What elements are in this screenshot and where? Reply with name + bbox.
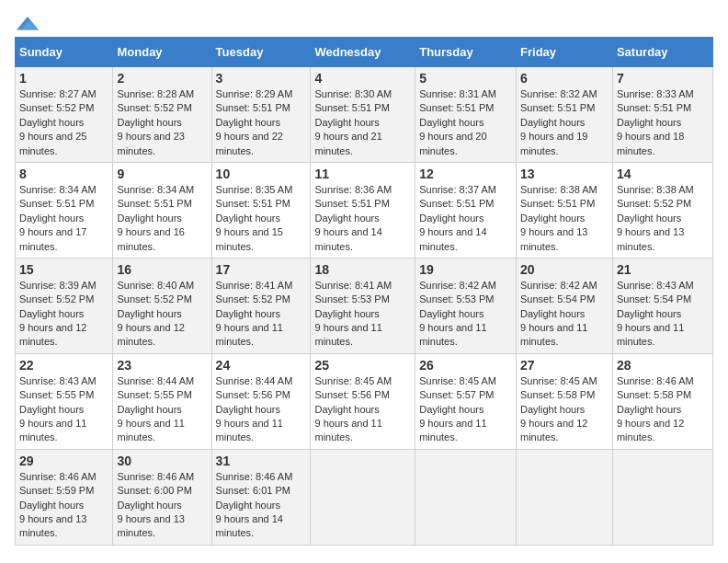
calendar-cell: 27 Sunrise: 8:45 AM Sunset: 5:58 PM Dayl… bbox=[517, 353, 613, 449]
day-info: Sunrise: 8:41 AM Sunset: 5:53 PM Dayligh… bbox=[314, 279, 411, 350]
day-number: 4 bbox=[314, 71, 411, 86]
day-number: 31 bbox=[216, 454, 307, 468]
day-info: Sunrise: 8:42 AM Sunset: 5:53 PM Dayligh… bbox=[419, 279, 512, 350]
day-info: Sunrise: 8:46 AM Sunset: 5:58 PM Dayligh… bbox=[617, 374, 709, 445]
day-info: Sunrise: 8:44 AM Sunset: 5:55 PM Dayligh… bbox=[117, 374, 207, 445]
day-info: Sunrise: 8:39 AM Sunset: 5:52 PM Dayligh… bbox=[19, 279, 108, 350]
day-info: Sunrise: 8:36 AM Sunset: 5:51 PM Dayligh… bbox=[314, 183, 411, 254]
logo bbox=[15, 15, 39, 29]
day-number: 24 bbox=[216, 358, 307, 373]
calendar-cell: 15 Sunrise: 8:39 AM Sunset: 5:52 PM Dayl… bbox=[16, 258, 113, 353]
calendar-cell bbox=[415, 449, 517, 545]
day-info: Sunrise: 8:45 AM Sunset: 5:58 PM Dayligh… bbox=[520, 374, 609, 445]
calendar-cell: 10 Sunrise: 8:35 AM Sunset: 5:51 PM Dayl… bbox=[211, 162, 311, 258]
header-saturday: Saturday bbox=[612, 38, 712, 67]
header-sunday: Sunday bbox=[16, 38, 113, 67]
calendar-cell: 24 Sunrise: 8:44 AM Sunset: 5:56 PM Dayl… bbox=[211, 353, 311, 449]
calendar-week-5: 29 Sunrise: 8:46 AM Sunset: 5:59 PM Dayl… bbox=[16, 449, 713, 545]
day-number: 29 bbox=[19, 454, 108, 468]
calendar-cell: 14 Sunrise: 8:38 AM Sunset: 5:52 PM Dayl… bbox=[612, 162, 712, 258]
calendar-cell: 20 Sunrise: 8:42 AM Sunset: 5:54 PM Dayl… bbox=[517, 258, 613, 353]
day-info: Sunrise: 8:40 AM Sunset: 5:52 PM Dayligh… bbox=[117, 279, 207, 350]
day-number: 17 bbox=[216, 262, 307, 277]
day-info: Sunrise: 8:33 AM Sunset: 5:51 PM Dayligh… bbox=[617, 87, 709, 158]
calendar-cell: 8 Sunrise: 8:34 AM Sunset: 5:51 PM Dayli… bbox=[16, 162, 113, 258]
day-number: 26 bbox=[419, 358, 512, 373]
day-info: Sunrise: 8:30 AM Sunset: 5:51 PM Dayligh… bbox=[314, 87, 411, 158]
calendar-cell: 29 Sunrise: 8:46 AM Sunset: 5:59 PM Dayl… bbox=[16, 449, 113, 545]
calendar-cell: 7 Sunrise: 8:33 AM Sunset: 5:51 PM Dayli… bbox=[612, 67, 712, 163]
calendar-cell: 25 Sunrise: 8:45 AM Sunset: 5:56 PM Dayl… bbox=[311, 353, 415, 449]
calendar-cell: 28 Sunrise: 8:46 AM Sunset: 5:58 PM Dayl… bbox=[612, 353, 712, 449]
calendar-cell: 18 Sunrise: 8:41 AM Sunset: 5:53 PM Dayl… bbox=[311, 258, 415, 353]
day-number: 3 bbox=[216, 71, 307, 86]
calendar-cell: 22 Sunrise: 8:43 AM Sunset: 5:55 PM Dayl… bbox=[16, 353, 113, 449]
day-info: Sunrise: 8:32 AM Sunset: 5:51 PM Dayligh… bbox=[520, 87, 609, 158]
header-friday: Friday bbox=[517, 38, 613, 67]
day-number: 6 bbox=[520, 71, 609, 86]
day-number: 15 bbox=[19, 262, 108, 277]
calendar-cell: 31 Sunrise: 8:46 AM Sunset: 6:01 PM Dayl… bbox=[211, 449, 311, 545]
day-number: 21 bbox=[617, 262, 709, 277]
calendar-cell: 9 Sunrise: 8:34 AM Sunset: 5:51 PM Dayli… bbox=[113, 162, 211, 258]
day-number: 10 bbox=[216, 167, 307, 181]
header-monday: Monday bbox=[113, 38, 211, 67]
calendar-header-row: SundayMondayTuesdayWednesdayThursdayFrid… bbox=[16, 38, 713, 67]
calendar-week-1: 1 Sunrise: 8:27 AM Sunset: 5:52 PM Dayli… bbox=[16, 67, 713, 163]
day-info: Sunrise: 8:46 AM Sunset: 6:01 PM Dayligh… bbox=[216, 470, 307, 541]
day-info: Sunrise: 8:35 AM Sunset: 5:51 PM Dayligh… bbox=[216, 183, 307, 254]
day-info: Sunrise: 8:43 AM Sunset: 5:55 PM Dayligh… bbox=[19, 374, 108, 445]
day-number: 8 bbox=[19, 167, 108, 181]
logo-icon bbox=[17, 15, 39, 33]
day-number: 23 bbox=[117, 358, 207, 373]
day-number: 14 bbox=[617, 167, 709, 181]
calendar-cell bbox=[612, 449, 712, 545]
day-number: 27 bbox=[520, 358, 609, 373]
day-info: Sunrise: 8:31 AM Sunset: 5:51 PM Dayligh… bbox=[419, 87, 512, 158]
calendar-table: SundayMondayTuesdayWednesdayThursdayFrid… bbox=[15, 37, 713, 546]
day-number: 19 bbox=[419, 262, 512, 277]
day-info: Sunrise: 8:41 AM Sunset: 5:52 PM Dayligh… bbox=[216, 279, 307, 350]
day-info: Sunrise: 8:42 AM Sunset: 5:54 PM Dayligh… bbox=[520, 279, 609, 350]
day-info: Sunrise: 8:45 AM Sunset: 5:56 PM Dayligh… bbox=[314, 374, 411, 445]
day-number: 2 bbox=[117, 71, 207, 86]
day-info: Sunrise: 8:43 AM Sunset: 5:54 PM Dayligh… bbox=[617, 279, 709, 350]
calendar-cell bbox=[311, 449, 415, 545]
day-number: 9 bbox=[117, 167, 207, 181]
day-info: Sunrise: 8:34 AM Sunset: 5:51 PM Dayligh… bbox=[117, 183, 207, 254]
calendar-week-2: 8 Sunrise: 8:34 AM Sunset: 5:51 PM Dayli… bbox=[16, 162, 713, 258]
calendar-cell bbox=[517, 449, 613, 545]
header-wednesday: Wednesday bbox=[311, 38, 415, 67]
calendar-cell: 6 Sunrise: 8:32 AM Sunset: 5:51 PM Dayli… bbox=[517, 67, 613, 163]
day-info: Sunrise: 8:27 AM Sunset: 5:52 PM Dayligh… bbox=[19, 87, 108, 158]
page-header bbox=[15, 15, 713, 29]
day-info: Sunrise: 8:38 AM Sunset: 5:51 PM Dayligh… bbox=[520, 183, 609, 254]
day-number: 13 bbox=[520, 167, 609, 181]
header-thursday: Thursday bbox=[415, 38, 517, 67]
header-tuesday: Tuesday bbox=[211, 38, 311, 67]
calendar-cell: 11 Sunrise: 8:36 AM Sunset: 5:51 PM Dayl… bbox=[311, 162, 415, 258]
day-number: 18 bbox=[314, 262, 411, 277]
day-info: Sunrise: 8:34 AM Sunset: 5:51 PM Dayligh… bbox=[19, 183, 108, 254]
day-number: 5 bbox=[419, 71, 512, 86]
calendar-cell: 5 Sunrise: 8:31 AM Sunset: 5:51 PM Dayli… bbox=[415, 67, 517, 163]
calendar-cell: 2 Sunrise: 8:28 AM Sunset: 5:52 PM Dayli… bbox=[113, 67, 211, 163]
day-number: 16 bbox=[117, 262, 207, 277]
day-info: Sunrise: 8:29 AM Sunset: 5:51 PM Dayligh… bbox=[216, 87, 307, 158]
day-info: Sunrise: 8:44 AM Sunset: 5:56 PM Dayligh… bbox=[216, 374, 307, 445]
day-number: 11 bbox=[314, 167, 411, 181]
day-number: 22 bbox=[19, 358, 108, 373]
calendar-cell: 17 Sunrise: 8:41 AM Sunset: 5:52 PM Dayl… bbox=[211, 258, 311, 353]
day-info: Sunrise: 8:45 AM Sunset: 5:57 PM Dayligh… bbox=[419, 374, 512, 445]
calendar-cell: 21 Sunrise: 8:43 AM Sunset: 5:54 PM Dayl… bbox=[612, 258, 712, 353]
calendar-cell: 26 Sunrise: 8:45 AM Sunset: 5:57 PM Dayl… bbox=[415, 353, 517, 449]
calendar-week-3: 15 Sunrise: 8:39 AM Sunset: 5:52 PM Dayl… bbox=[16, 258, 713, 353]
calendar-cell: 12 Sunrise: 8:37 AM Sunset: 5:51 PM Dayl… bbox=[415, 162, 517, 258]
calendar-cell: 19 Sunrise: 8:42 AM Sunset: 5:53 PM Dayl… bbox=[415, 258, 517, 353]
day-info: Sunrise: 8:46 AM Sunset: 5:59 PM Dayligh… bbox=[19, 470, 108, 541]
calendar-cell: 13 Sunrise: 8:38 AM Sunset: 5:51 PM Dayl… bbox=[517, 162, 613, 258]
calendar-cell: 30 Sunrise: 8:46 AM Sunset: 6:00 PM Dayl… bbox=[113, 449, 211, 545]
day-number: 30 bbox=[117, 454, 207, 468]
calendar-cell: 23 Sunrise: 8:44 AM Sunset: 5:55 PM Dayl… bbox=[113, 353, 211, 449]
day-number: 1 bbox=[19, 71, 108, 86]
